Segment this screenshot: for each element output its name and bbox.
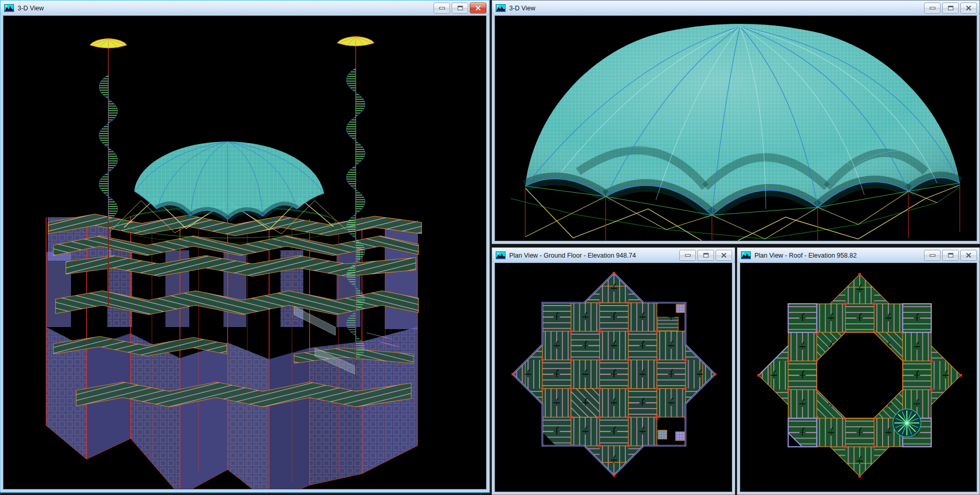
window-3d-view-dome: 3-D View	[492, 0, 980, 244]
titlebar[interactable]: 3-D View	[1, 1, 489, 16]
mdi-workspace: { "mdi": { "background": "#141414" }, "w…	[0, 0, 980, 495]
restore-button[interactable]	[942, 3, 959, 13]
plan-ground-floor[interactable]	[495, 263, 732, 492]
window-3d-view-main: 3-D View	[0, 0, 489, 492]
minimize-icon	[685, 253, 691, 258]
view-window-icon	[496, 251, 506, 259]
close-button[interactable]	[960, 3, 977, 13]
model-3d-dome[interactable]	[495, 16, 977, 241]
close-button[interactable]	[470, 3, 486, 13]
view-window-icon	[741, 251, 751, 259]
minimize-icon	[930, 6, 935, 10]
restore-icon	[703, 253, 709, 258]
window-title: Plan View - Ground Floor - Elevation 948…	[509, 252, 679, 259]
model-3d-main[interactable]	[4, 16, 486, 489]
view-window-icon	[4, 4, 14, 12]
minimize-button[interactable]	[924, 250, 941, 261]
minimize-button[interactable]	[433, 3, 450, 13]
restore-button[interactable]	[942, 250, 959, 261]
minimize-icon	[439, 6, 445, 10]
window-title: 3-D View	[509, 5, 924, 12]
plan-roof[interactable]	[740, 263, 977, 492]
restore-icon	[457, 6, 463, 10]
close-icon	[475, 6, 481, 10]
window-title: Plan View - Roof - Elevation 958.82	[754, 252, 924, 259]
close-icon	[966, 6, 971, 10]
window-plan-ground: Plan View - Ground Floor - Elevation 948…	[492, 247, 735, 495]
restore-button[interactable]	[452, 3, 468, 13]
viewport-3d-main[interactable]	[3, 16, 486, 489]
close-button[interactable]	[716, 250, 732, 261]
close-icon	[966, 253, 971, 258]
window-title: 3-D View	[18, 5, 433, 12]
close-icon	[721, 253, 726, 258]
window-plan-roof: Plan View - Roof - Elevation 958.82	[737, 247, 980, 495]
titlebar[interactable]: 3-D View	[492, 1, 979, 16]
view-window-icon	[496, 4, 506, 12]
restore-icon	[948, 253, 954, 258]
titlebar[interactable]: Plan View - Roof - Elevation 958.82	[737, 248, 979, 263]
minimize-button[interactable]	[924, 3, 941, 13]
close-button[interactable]	[960, 250, 977, 261]
restore-icon	[948, 6, 954, 10]
restore-button[interactable]	[697, 250, 714, 261]
viewport-plan-roof[interactable]	[740, 263, 977, 492]
viewport-plan-ground[interactable]	[495, 263, 732, 492]
viewport-3d-dome[interactable]	[495, 16, 977, 241]
minimize-icon	[930, 253, 935, 258]
stair-starburst[interactable]	[893, 409, 921, 437]
minimize-button[interactable]	[679, 250, 696, 261]
titlebar[interactable]: Plan View - Ground Floor - Elevation 948…	[492, 248, 735, 263]
